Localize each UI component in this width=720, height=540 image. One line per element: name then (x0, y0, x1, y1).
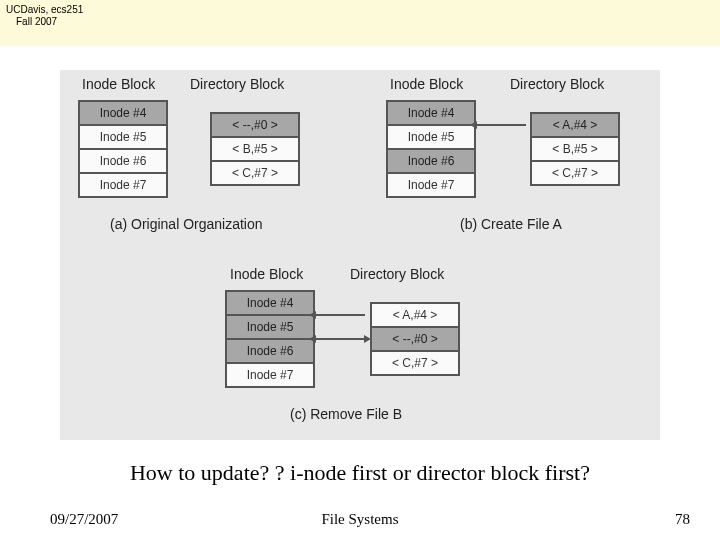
dir-row: < A,#4 > (372, 302, 458, 326)
course-line-1: UCDavis, ecs251 (6, 4, 83, 16)
panel-a-caption: (a) Original Organization (110, 216, 263, 232)
inode-row: Inode #6 (80, 148, 166, 172)
inode-row: Inode #7 (388, 172, 474, 196)
dir-row: < B,#5 > (532, 136, 618, 160)
slide-question: How to update? ? i-node first or directo… (0, 460, 720, 486)
dir-row: < C,#7 > (532, 160, 618, 184)
slide-diagram: Inode Block Directory Block Inode #4 Ino… (60, 70, 660, 440)
inode-row: Inode #4 (80, 100, 166, 124)
arrow-icon (315, 338, 365, 340)
col-title-directory: Directory Block (510, 76, 604, 92)
dir-row: < B,#5 > (212, 136, 298, 160)
inode-row: Inode #6 (227, 338, 313, 362)
panel-a-dir-stack: < --,#0 > < B,#5 > < C,#7 > (210, 112, 300, 186)
col-title-directory: Directory Block (190, 76, 284, 92)
panel-b-inode-stack: Inode #4 Inode #5 Inode #6 Inode #7 (386, 100, 476, 198)
dir-row: < --,#0 > (372, 326, 458, 350)
panel-b-dir-stack: < A,#4 > < B,#5 > < C,#7 > (530, 112, 620, 186)
dir-row: < C,#7 > (212, 160, 298, 184)
dir-row: < --,#0 > (212, 112, 298, 136)
inode-row: Inode #6 (388, 148, 474, 172)
inode-row: Inode #5 (80, 124, 166, 148)
footer-title: File Systems (0, 511, 720, 528)
inode-row: Inode #4 (227, 290, 313, 314)
inode-row: Inode #7 (227, 362, 313, 386)
course-line-2: Fall 2007 (6, 16, 83, 28)
panel-c-inode-stack: Inode #4 Inode #5 Inode #6 Inode #7 (225, 290, 315, 388)
panel-c-caption: (c) Remove File B (290, 406, 402, 422)
col-title-directory: Directory Block (350, 266, 444, 282)
inode-row: Inode #5 (227, 314, 313, 338)
col-title-inode: Inode Block (230, 266, 303, 282)
dir-row: < C,#7 > (372, 350, 458, 374)
panel-c-dir-stack: < A,#4 > < --,#0 > < C,#7 > (370, 302, 460, 376)
panel-b-caption: (b) Create File A (460, 216, 562, 232)
header-band (0, 0, 720, 46)
col-title-inode: Inode Block (82, 76, 155, 92)
footer-page: 78 (675, 511, 690, 528)
course-header: UCDavis, ecs251 Fall 2007 (6, 4, 83, 28)
arrow-icon (315, 314, 365, 316)
panel-a-inode-stack: Inode #4 Inode #5 Inode #6 Inode #7 (78, 100, 168, 198)
col-title-inode: Inode Block (390, 76, 463, 92)
inode-row: Inode #4 (388, 100, 474, 124)
inode-row: Inode #7 (80, 172, 166, 196)
arrow-icon (476, 124, 526, 126)
inode-row: Inode #5 (388, 124, 474, 148)
dir-row: < A,#4 > (532, 112, 618, 136)
